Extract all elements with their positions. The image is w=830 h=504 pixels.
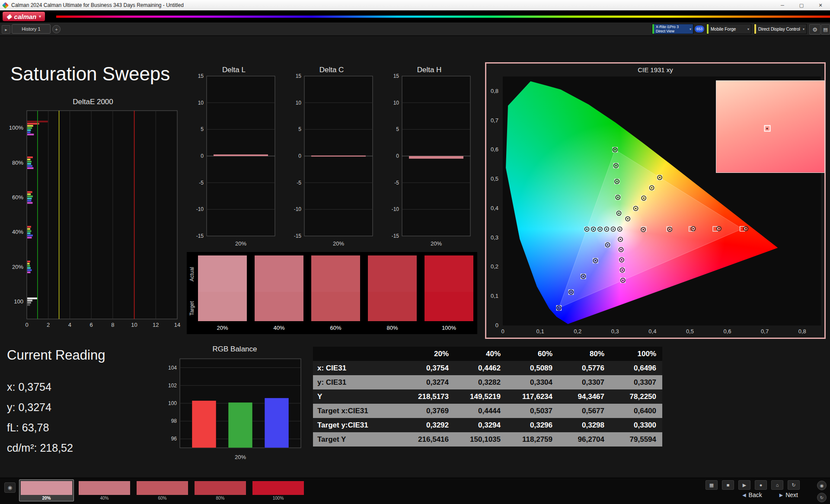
reading-cdm2: cd/m²: 218,52 [7, 438, 73, 458]
panel-toggle-button[interactable]: ▸ [2, 25, 10, 34]
cie-svg: 000,10,10,20,20,30,30,40,40,50,50,60,60,… [503, 77, 821, 325]
bottom-swatch-100%[interactable]: 100% [251, 479, 306, 501]
side-buttons: ◉ ↻ [817, 481, 827, 502]
bottom-swatch-20%[interactable]: 20% [19, 479, 74, 501]
chevron-down-icon: ▾ [746, 27, 751, 31]
next-icon: ▶ [779, 492, 783, 498]
target-swatch [198, 292, 247, 321]
add-tab-button[interactable]: + [52, 25, 61, 33]
next-button[interactable]: ▶ Next [779, 491, 798, 498]
target-swatch [255, 292, 303, 321]
svg-text:0: 0 [396, 153, 399, 159]
chevron-down-icon: ▾ [801, 27, 806, 31]
table-cell: 0,3307 [610, 375, 662, 389]
maximize-button[interactable]: ▢ [792, 0, 811, 10]
refresh-button[interactable]: ↻ [788, 480, 800, 490]
svg-text:20%: 20% [12, 264, 23, 270]
actual-target-strip: Actual Target 20%40%60%80%100% [187, 252, 477, 334]
swatch-label: 60% [311, 325, 360, 331]
svg-text:4: 4 [68, 322, 71, 328]
bottom-swatch-40%[interactable]: 40% [77, 479, 132, 501]
reset-button[interactable]: ↻ [817, 493, 827, 502]
svg-text:-5: -5 [199, 180, 204, 186]
svg-text:14: 14 [174, 322, 180, 328]
table-cell: 118,2759 [507, 432, 559, 447]
logo-bar: ◆ calman ▾ [0, 10, 830, 22]
display-control-dropdown[interactable]: Direct Display Control ▾ [754, 24, 807, 34]
svg-text:0,2: 0,2 [491, 263, 498, 270]
transport-buttons: ▦ ■ ▶ ● ⌂ ↻ [706, 480, 800, 490]
table-cell: 0,3300 [610, 418, 662, 432]
calman-logo-button[interactable]: ◆ calman ▾ [3, 12, 45, 21]
table-cell: 0,3754 [403, 361, 455, 375]
svg-text:0,7: 0,7 [491, 117, 498, 124]
table-cell: 0,3294 [455, 418, 507, 432]
svg-text:0,4: 0,4 [491, 205, 498, 211]
swatch-label: 100% [425, 325, 473, 331]
table-cell: 0,5037 [507, 404, 559, 418]
back-icon: ◀ [742, 492, 746, 498]
table-cell: 117,6234 [507, 389, 559, 404]
layout-button[interactable]: ▤ [821, 24, 830, 35]
table-cell: 94,3467 [559, 389, 610, 404]
svg-text:0,1: 0,1 [536, 328, 544, 335]
svg-text:2: 2 [47, 322, 50, 328]
svg-text:20%: 20% [235, 240, 246, 247]
refresh-icon: ↻ [792, 482, 795, 488]
svg-text:0,4: 0,4 [648, 328, 656, 335]
rgb-balance-chart: 969810010210420% [163, 357, 306, 467]
close-button[interactable]: ✕ [811, 0, 830, 10]
target-button[interactable]: ◉ [817, 481, 827, 490]
stop-button[interactable]: ■ [722, 480, 734, 490]
svg-text:0: 0 [298, 153, 301, 159]
actual-swatch [425, 255, 473, 292]
svg-text:0: 0 [201, 153, 204, 159]
svg-text:10: 10 [198, 100, 204, 106]
svg-text:0,3: 0,3 [491, 234, 498, 241]
meter-dropdown[interactable]: X-Rite i1Pro 3 Direct View ▾ [652, 24, 693, 34]
table-row-label: Target x:CIE31 [313, 404, 403, 418]
home-button[interactable]: ⌂ [771, 480, 783, 490]
svg-text:5: 5 [201, 126, 204, 132]
sweep-swatch: 20% [198, 255, 247, 331]
svg-text:98: 98 [171, 418, 177, 424]
tab-history-1[interactable]: History 1 [12, 24, 51, 34]
svg-text:104: 104 [168, 365, 177, 371]
display-icon: ▦ [709, 482, 714, 488]
meter-badge: 653 [695, 26, 704, 32]
sensor-button[interactable]: ◉ [4, 482, 16, 493]
back-button[interactable]: ◀ Back [742, 491, 762, 498]
svg-text:0: 0 [25, 322, 28, 328]
play-button[interactable]: ▶ [738, 480, 750, 490]
reading-fl: fL: 63,78 [7, 418, 73, 438]
swatch-color [79, 481, 130, 495]
svg-text:0,6: 0,6 [723, 328, 731, 335]
swatch-color [195, 481, 246, 495]
display-button[interactable]: ▦ [706, 480, 718, 490]
bottom-swatch-80%[interactable]: 80% [193, 479, 248, 501]
home-icon: ⌂ [776, 482, 779, 488]
table-cell: 0,5677 [559, 404, 610, 418]
svg-text:15: 15 [393, 73, 399, 79]
current-reading-heading: Current Reading [7, 348, 105, 363]
table-header: 20% [403, 347, 455, 361]
bottom-swatch-60%[interactable]: 60% [135, 479, 190, 501]
play-icon: ▶ [743, 482, 746, 488]
table-cell: 0,3298 [559, 418, 610, 432]
swatch-label: 40% [255, 325, 303, 331]
svg-text:20%: 20% [431, 240, 442, 247]
settings-button[interactable]: ⚙ [809, 24, 820, 35]
svg-text:102: 102 [168, 383, 177, 389]
svg-text:0,8: 0,8 [798, 328, 806, 335]
target-row-label: Target [188, 293, 195, 323]
table-header: 80% [559, 347, 610, 361]
source-dropdown[interactable]: Mobile Forge ▾ [706, 24, 751, 34]
table-cell: 78,2250 [610, 389, 662, 404]
target-icon: ◉ [820, 483, 824, 488]
deltaL-svg: 151050-5-10-1520% [189, 74, 278, 248]
grid-icon: ▤ [823, 27, 827, 32]
record-button[interactable]: ● [755, 480, 767, 490]
svg-text:10: 10 [131, 322, 137, 328]
minimize-button[interactable]: ─ [773, 0, 792, 10]
svg-text:6: 6 [90, 322, 93, 328]
